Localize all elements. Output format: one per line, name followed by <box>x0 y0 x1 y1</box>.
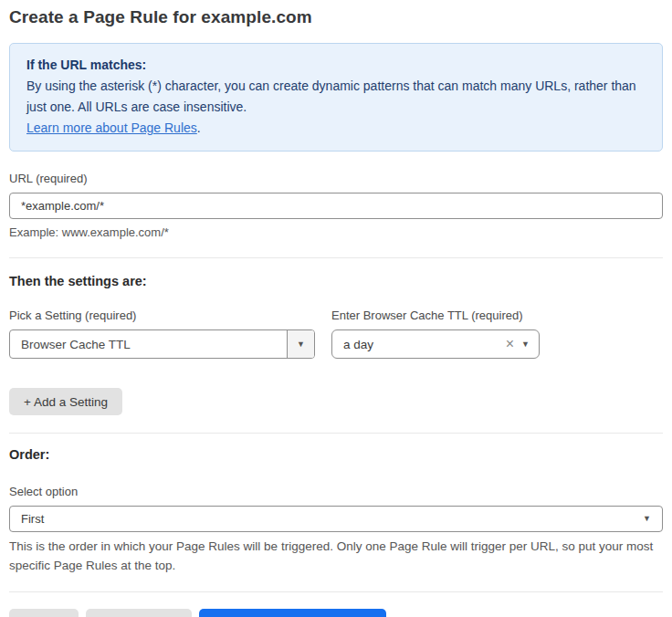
order-select[interactable]: First ▼ <box>9 506 663 532</box>
order-select-label: Select option <box>9 485 663 498</box>
footer-actions: Cancel Save as Draft Save and Deploy Pag… <box>9 609 663 617</box>
info-box-body: By using the asterisk (*) character, you… <box>26 76 646 118</box>
divider <box>9 591 663 592</box>
ttl-select-value: a day <box>343 338 499 351</box>
url-match-info-box: If the URL matches: By using the asteris… <box>9 43 663 152</box>
cancel-button[interactable]: Cancel <box>9 609 79 617</box>
info-box-heading: If the URL matches: <box>26 55 646 76</box>
order-select-value: First <box>21 512 643 526</box>
settings-row: Pick a Setting (required) Browser Cache … <box>9 308 663 359</box>
setting-select-field: Pick a Setting (required) Browser Cache … <box>9 308 315 359</box>
url-input[interactable] <box>9 193 663 219</box>
ttl-select[interactable]: a day × ▼ <box>331 329 540 359</box>
order-section-heading: Order: <box>9 447 663 462</box>
setting-select[interactable]: Browser Cache TTL ▼ <box>9 329 315 359</box>
chevron-down-icon: ▼ <box>643 515 651 523</box>
setting-select-value: Browser Cache TTL <box>10 330 287 358</box>
chevron-down-icon: ▼ <box>297 340 305 349</box>
ttl-select-field: Enter Browser Cache TTL (required) a day… <box>331 308 540 359</box>
save-and-deploy-button[interactable]: Save and Deploy Page Rule <box>199 609 387 617</box>
setting-select-caret-button[interactable]: ▼ <box>287 330 314 358</box>
url-field-label: URL (required) <box>9 172 663 185</box>
info-box-link-line: Learn more about Page Rules. <box>26 118 646 139</box>
ttl-select-label: Enter Browser Cache TTL (required) <box>331 308 540 322</box>
order-hint: This is the order in which your Page Rul… <box>9 537 663 575</box>
add-setting-button[interactable]: + Add a Setting <box>9 388 122 415</box>
settings-section-heading: Then the settings are: <box>9 274 663 288</box>
create-page-rule-form: Create a Page Rule for example.com If th… <box>0 0 672 617</box>
clear-icon[interactable]: × <box>499 337 521 351</box>
learn-more-link[interactable]: Learn more about Page Rules <box>26 120 197 135</box>
divider <box>9 257 663 258</box>
page-title: Create a Page Rule for example.com <box>9 7 663 27</box>
save-as-draft-button[interactable]: Save as Draft <box>86 609 192 617</box>
setting-select-label: Pick a Setting (required) <box>9 308 315 322</box>
divider <box>9 433 663 434</box>
chevron-down-icon: ▼ <box>521 340 530 349</box>
url-example-hint: Example: www.example.com/* <box>9 225 663 239</box>
link-suffix: . <box>197 120 201 135</box>
